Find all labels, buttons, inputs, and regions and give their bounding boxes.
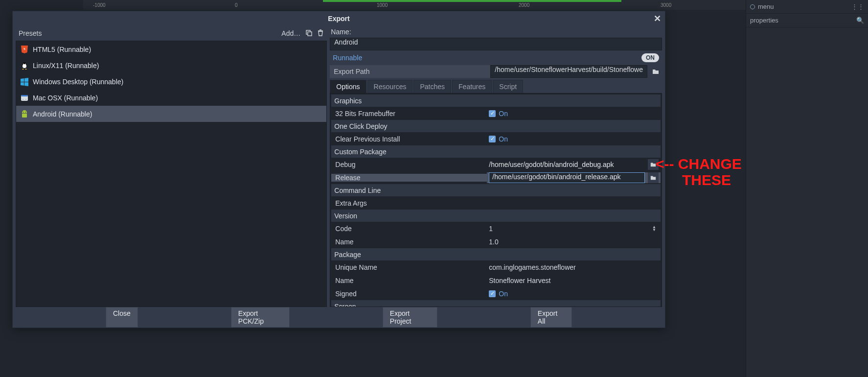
export-pck-button[interactable]: Export PCK/Zip (231, 307, 290, 328)
checkbox-icon[interactable]: ✓ (489, 290, 496, 297)
close-icon[interactable]: ✕ (654, 13, 661, 24)
right-dock-menu-row[interactable]: menu ⋮⋮ (746, 0, 868, 14)
android-icon (20, 110, 29, 118)
unique-name-value[interactable]: com.inglogames.stoneflower (489, 263, 575, 271)
ruler-tick: 1000 (377, 2, 388, 8)
row-clear-previous[interactable]: Clear Previous Install ✓On (331, 132, 661, 145)
section-oneclick: One Click Deploy (331, 120, 661, 132)
preset-label: Windows Desktop (Runnable) (33, 78, 123, 86)
tab-resources[interactable]: Resources (367, 80, 413, 93)
row-32bit-framebuffer[interactable]: 32 Bits Framebuffer ✓On (331, 107, 661, 120)
tab-script[interactable]: Script (493, 80, 523, 93)
section-custom-package: Custom Package (331, 145, 661, 158)
svg-point-9 (23, 99, 23, 100)
circle-icon (750, 4, 755, 9)
ruler-tick: 3000 (661, 2, 671, 8)
checkbox-on-label: On (499, 290, 508, 298)
right-dock-properties-row[interactable]: properties 🔍 (746, 14, 868, 27)
row-unique-name[interactable]: Unique Name com.inglogames.stoneflower (331, 260, 661, 274)
export-path-label: Export Path (330, 65, 490, 78)
search-icon[interactable]: 🔍 (856, 17, 864, 24)
preset-item-android[interactable]: Android (Runnable) (16, 106, 326, 122)
duplicate-icon[interactable] (305, 29, 312, 38)
svg-rect-8 (21, 95, 28, 96)
mac-icon (20, 94, 29, 102)
preset-label: Mac OSX (Runnable) (33, 94, 98, 102)
close-button[interactable]: Close (106, 307, 138, 328)
tab-options[interactable]: Options (330, 80, 366, 93)
dialog-titlebar: Export ✕ (13, 11, 665, 26)
svg-rect-1 (308, 32, 312, 36)
debug-path-value[interactable]: /home/user/godot/bin/android_debug.apk (489, 161, 645, 168)
options-container: Graphics 32 Bits Framebuffer ✓On One Cli… (330, 93, 662, 307)
html5-icon: 5 (20, 45, 29, 54)
checkbox-icon[interactable]: ✓ (489, 110, 496, 117)
version-code-value[interactable]: 1 (489, 225, 493, 233)
windows-icon (20, 77, 29, 86)
folder-icon[interactable] (649, 65, 662, 78)
row-label: Debug (331, 161, 487, 168)
export-project-button[interactable]: Export Project (383, 307, 437, 328)
add-preset-button[interactable]: Add… (281, 29, 300, 37)
row-extra-args[interactable]: Extra Args (331, 196, 661, 210)
release-path-input[interactable]: /home/user/godot/bin/android_release.apk (489, 172, 645, 183)
row-label: Release (331, 174, 487, 182)
row-signed[interactable]: Signed ✓On (331, 287, 661, 300)
right-dock-menu-label: menu (758, 3, 774, 10)
row-version-name[interactable]: Name 1.0 (331, 235, 661, 248)
ruler-highlight (323, 0, 621, 2)
name-label: Name: (330, 26, 662, 38)
export-all-button[interactable]: Export All (530, 307, 572, 328)
version-name-value[interactable]: 1.0 (489, 238, 498, 246)
preset-item-html5[interactable]: 5 HTML5 (Runnable) (16, 41, 326, 57)
runnable-row: Runnable ON (330, 50, 662, 65)
linux-icon (20, 61, 29, 70)
export-settings-panel: Name: Android Runnable ON Export Path /h… (330, 26, 662, 307)
presets-label: Presets (19, 29, 42, 37)
checkbox-icon[interactable]: ✓ (489, 136, 496, 142)
row-label: Name (331, 277, 487, 284)
tab-features[interactable]: Features (452, 80, 492, 93)
row-version-code[interactable]: Code 1 ▲▼ (331, 222, 661, 235)
preset-item-windows[interactable]: Windows Desktop (Runnable) (16, 73, 326, 90)
section-graphics: Graphics (331, 94, 661, 107)
settings-icon[interactable]: ⋮⋮ (851, 3, 864, 10)
row-label: Name (331, 238, 487, 246)
package-name-value[interactable]: Stoneflower Harvest (489, 277, 550, 284)
section-cmdline: Command Line (331, 184, 661, 196)
ruler-tick: 2000 (519, 2, 529, 8)
ruler-tick: 0 (235, 2, 238, 8)
row-label: Clear Previous Install (331, 135, 487, 143)
svg-point-6 (25, 63, 26, 64)
row-package-name[interactable]: Name Stoneflower Harvest (331, 274, 661, 287)
dialog-footer: Close Export PCK/Zip Export Project Expo… (13, 307, 665, 328)
export-path-input[interactable]: /home/user/StoneflowerHarvest/build/Ston… (490, 65, 647, 78)
dialog-title: Export (328, 15, 349, 23)
annotation-line1: <-- CHANGE (656, 156, 742, 172)
spinner-icon[interactable]: ▲▼ (650, 226, 659, 232)
preset-list[interactable]: 5 HTML5 (Runnable) Linux/X11 (Runnable) … (16, 41, 327, 307)
row-debug-package[interactable]: Debug /home/user/godot/bin/android_debug… (331, 158, 661, 171)
name-input[interactable]: Android (330, 38, 662, 50)
options-scroll[interactable]: Graphics 32 Bits Framebuffer ✓On One Cli… (330, 94, 662, 306)
preset-label: Android (Runnable) (33, 110, 92, 118)
row-release-package[interactable]: Release /home/user/godot/bin/android_rel… (331, 171, 661, 184)
row-label: Unique Name (331, 263, 487, 271)
preset-label: HTML5 (Runnable) (33, 46, 91, 53)
row-label: Code (331, 225, 487, 233)
right-dock: menu ⋮⋮ properties 🔍 (746, 0, 868, 377)
checkbox-on-label: On (499, 110, 508, 118)
preset-item-linux[interactable]: Linux/X11 (Runnable) (16, 57, 326, 73)
svg-point-11 (23, 112, 24, 113)
delete-icon[interactable] (317, 29, 324, 38)
right-dock-properties-label: properties (750, 17, 778, 24)
runnable-label[interactable]: Runnable (333, 54, 362, 62)
export-dialog: Export ✕ Presets Add… 5 HTML5 (Runnable) (12, 11, 665, 328)
annotation-arrow: <-- CHANGE THESE (656, 156, 742, 188)
tab-patches[interactable]: Patches (413, 80, 451, 93)
runnable-toggle[interactable]: ON (641, 53, 659, 62)
annotation-line2: THESE (656, 172, 731, 188)
preset-item-mac[interactable]: Mac OSX (Runnable) (16, 90, 326, 106)
row-label: Signed (331, 290, 487, 298)
presets-header: Presets Add… (16, 26, 327, 41)
